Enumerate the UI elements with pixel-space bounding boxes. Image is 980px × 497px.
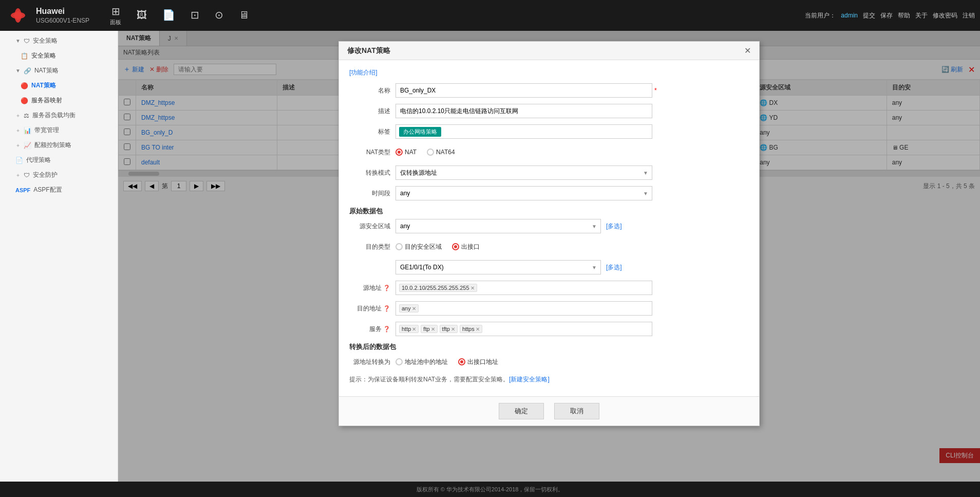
- hint-text: 提示：为保证设备顺利转发NAT业务，需要配置安全策略。: [349, 375, 509, 384]
- dst-addr-tag-remove[interactable]: ✕: [412, 306, 416, 311]
- top-bar: Huawei USG6000V1-ENSP ⊞ 面板 🖼 📄 ⊡ ⊙ 🖥 当前用…: [0, 0, 980, 31]
- sidebar-item-bw[interactable]: ＋ 📊 带宽管理: [0, 123, 118, 138]
- form-row-service: 服务 ❓ http ✕ ftp ✕: [349, 322, 749, 336]
- save-btn[interactable]: 保存: [880, 11, 893, 20]
- service-https-remove[interactable]: ✕: [476, 326, 480, 332]
- cancel-button[interactable]: 取消: [554, 403, 599, 419]
- mode-label: 转换模式: [349, 169, 395, 177]
- desc-input[interactable]: [395, 104, 652, 118]
- sidebar: ▼ 🛡 安全策略 📋 安全策略 ▼ 🔗 NAT策略 🔴 NAT策略 🔴 服务器映…: [0, 31, 118, 482]
- nav-item-3[interactable]: 📄: [162, 9, 175, 22]
- time-select-wrap: any ▼: [395, 186, 652, 200]
- interface-select[interactable]: GE1/0/1(To DX): [395, 260, 601, 274]
- form-row-name: 名称 *: [349, 83, 749, 98]
- nav-icon-3: 📄: [162, 9, 175, 21]
- form-row-time: 时间段 any ▼: [349, 186, 749, 200]
- tag-container[interactable]: 办公网络策略: [395, 124, 652, 139]
- sidebar-label-lb: 服务器负载均衡: [32, 111, 76, 120]
- radio-nat64[interactable]: NAT64: [427, 149, 455, 156]
- bw-expand-icon: ＋: [15, 127, 21, 134]
- src-addr-tag-remove[interactable]: ✕: [470, 285, 475, 291]
- form-row-mode: 转换模式 仅转换源地址 ▼: [349, 165, 749, 180]
- sidebar-item-security-policy[interactable]: 📋 安全策略: [0, 48, 118, 63]
- form-row-src-addr: 源地址 ❓ 10.0.2.10/255.255.255.255 ✕: [349, 281, 749, 295]
- desc-field-wrap: [395, 104, 652, 118]
- sidebar-item-nat-policy[interactable]: 🔴 NAT策略: [0, 78, 118, 93]
- nav-item-5[interactable]: ⊙: [215, 9, 223, 22]
- src-addr-tag: 10.0.2.10/255.255.255.255 ✕: [399, 284, 477, 292]
- nav-item-2[interactable]: 🖼: [137, 9, 147, 22]
- nav-panel[interactable]: ⊞ 面板: [110, 5, 121, 26]
- modal-body: [功能介绍] 名称 * 描述: [339, 60, 759, 396]
- dst-addr-label: 目的地址 ❓: [349, 304, 395, 313]
- sidebar-icon-proxy: 📄: [15, 157, 23, 164]
- sidebar-item-aspf[interactable]: ASPF ASPF配置: [0, 182, 118, 197]
- modal-overlay: 修改NAT策略 ✕ [功能介绍] 名称 * 描述: [118, 31, 980, 482]
- service-http: http ✕: [399, 325, 419, 333]
- sidebar-item-security-protection[interactable]: ＋ 🛡 安全防护: [0, 168, 118, 182]
- desc-label: 描述: [349, 107, 395, 116]
- sidebar-item-proxy[interactable]: 📄 代理策略: [0, 153, 118, 168]
- form-row-desc: 描述: [349, 104, 749, 118]
- nat-type-label: NAT类型: [349, 148, 395, 157]
- tag-item-office: 办公网络策略: [399, 127, 441, 137]
- radio-outif-label: 出接口: [461, 243, 480, 251]
- time-select[interactable]: any: [395, 186, 652, 200]
- change-password-btn[interactable]: 修改密码: [933, 11, 957, 20]
- service-ftp-remove[interactable]: ✕: [431, 326, 435, 332]
- about-btn[interactable]: 关于: [915, 11, 928, 20]
- sidebar-label-bw: 带宽管理: [34, 126, 59, 135]
- nat-type-radio-group: NAT NAT64: [395, 149, 455, 156]
- required-star: *: [654, 87, 657, 94]
- sidebar-item-quota[interactable]: ＋ 📈 配额控制策略: [0, 138, 118, 153]
- sidebar-icon-bw: 📊: [24, 127, 31, 134]
- service-label: 服务 ❓: [349, 325, 395, 334]
- src-zone-select[interactable]: any: [395, 219, 601, 233]
- name-input[interactable]: [395, 83, 652, 98]
- submit-btn[interactable]: 提交: [863, 11, 875, 20]
- service-tftp-remove[interactable]: ✕: [451, 326, 455, 332]
- confirm-button[interactable]: 确定: [499, 403, 544, 419]
- sidebar-item-security-policy-group[interactable]: ▼ 🛡 安全策略: [0, 33, 118, 48]
- radio-nat[interactable]: NAT: [395, 149, 417, 156]
- logout-btn[interactable]: 注销: [963, 11, 975, 20]
- sidebar-label-security: 安全策略: [33, 36, 58, 45]
- service-input[interactable]: http ✕ ftp ✕ tftp ✕: [395, 322, 652, 336]
- sidebar-icon-sp: 🛡: [24, 172, 30, 179]
- dst-addr-input[interactable]: any ✕: [395, 301, 652, 316]
- radio-dst-zone-label: 目的安全区域: [405, 243, 442, 251]
- form-row-nat-type: NAT类型 NAT NAT64: [349, 145, 749, 159]
- sidebar-item-lb[interactable]: ＋ ⚖ 服务器负载均衡: [0, 108, 118, 123]
- top-right: 当前用户： admin 提交 保存 帮助 关于 修改密码 注销: [805, 11, 975, 20]
- multi-select-btn-2[interactable]: [多选]: [606, 263, 622, 272]
- multi-select-btn-1[interactable]: [多选]: [606, 222, 622, 231]
- sidebar-icon-quota: 📈: [24, 142, 31, 149]
- radio-addr-pool[interactable]: 地址池中的地址: [395, 358, 448, 366]
- mode-select[interactable]: 仅转换源地址: [395, 165, 652, 180]
- panel-icon: ⊞: [110, 5, 121, 17]
- service-http-remove[interactable]: ✕: [412, 326, 416, 332]
- nav-item-4[interactable]: ⊡: [191, 9, 199, 22]
- radio-dst-zone[interactable]: 目的安全区域: [395, 243, 442, 251]
- src-zone-select-wrap: any ▼: [395, 219, 601, 233]
- func-intro-link[interactable]: [功能介绍]: [349, 68, 749, 77]
- sidebar-item-server-map[interactable]: 🔴 服务器映射: [0, 93, 118, 108]
- sidebar-icon-lb: ⚖: [24, 112, 29, 119]
- nav-item-6[interactable]: 🖥: [239, 9, 249, 22]
- sidebar-label-nat-policy: NAT策略: [31, 81, 56, 90]
- content-area: NAT策略 J ✕ NAT策略列表 ＋ 新建 ✕ 删除: [118, 31, 980, 482]
- tag-label: 标签: [349, 127, 395, 136]
- nat-collapse-icon: ▼: [15, 68, 21, 73]
- sidebar-label-proxy: 代理策略: [26, 156, 51, 164]
- src-convert-label: 源地址转换为: [349, 358, 395, 366]
- sidebar-item-nat-group[interactable]: ▼ 🔗 NAT策略: [0, 63, 118, 78]
- radio-outif-addr[interactable]: 出接口地址: [458, 358, 498, 366]
- modal-close-button[interactable]: ✕: [744, 46, 751, 56]
- help-btn[interactable]: 帮助: [898, 11, 910, 20]
- form-row-tag: 标签 办公网络策略: [349, 124, 749, 139]
- src-addr-input[interactable]: 10.0.2.10/255.255.255.255 ✕: [395, 281, 652, 295]
- hint-link[interactable]: [新建安全策略]: [509, 375, 550, 384]
- sp-expand-icon: ＋: [15, 172, 21, 179]
- radio-outif[interactable]: 出接口: [452, 243, 480, 251]
- radio-outif-addr-dot: [458, 358, 465, 365]
